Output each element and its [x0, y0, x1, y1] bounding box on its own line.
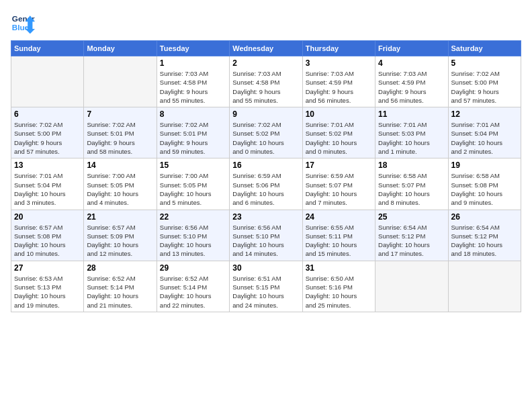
day-number: 19	[451, 161, 518, 170]
calendar-cell: 7Sunrise: 7:02 AM Sunset: 5:01 PM Daylig…	[84, 107, 157, 158]
calendar-cell: 9Sunrise: 7:02 AM Sunset: 5:02 PM Daylig…	[230, 107, 302, 158]
day-info: Sunrise: 6:50 AM Sunset: 5:16 PM Dayligh…	[306, 274, 372, 310]
day-info: Sunrise: 6:59 AM Sunset: 5:06 PM Dayligh…	[232, 171, 299, 207]
day-number: 16	[232, 161, 299, 170]
calendar-cell: 13Sunrise: 7:01 AM Sunset: 5:04 PM Dayli…	[11, 158, 84, 210]
column-header-wednesday: Wednesday	[230, 41, 302, 56]
day-number: 24	[306, 212, 372, 222]
calendar-week-5: 27Sunrise: 6:53 AM Sunset: 5:13 PM Dayli…	[11, 261, 521, 312]
day-info: Sunrise: 6:57 AM Sunset: 5:09 PM Dayligh…	[87, 223, 153, 259]
day-info: Sunrise: 7:01 AM Sunset: 5:04 PM Dayligh…	[451, 120, 518, 156]
day-number: 27	[14, 263, 81, 273]
calendar-week-3: 13Sunrise: 7:01 AM Sunset: 5:04 PM Dayli…	[11, 158, 521, 210]
calendar-cell: 6Sunrise: 7:02 AM Sunset: 5:00 PM Daylig…	[11, 107, 84, 158]
day-info: Sunrise: 7:02 AM Sunset: 5:01 PM Dayligh…	[87, 120, 153, 156]
calendar-cell: 17Sunrise: 6:59 AM Sunset: 5:07 PM Dayli…	[302, 158, 375, 210]
day-number: 1	[160, 58, 226, 68]
day-info: Sunrise: 6:56 AM Sunset: 5:10 PM Dayligh…	[160, 223, 226, 259]
day-info: Sunrise: 7:02 AM Sunset: 5:02 PM Dayligh…	[232, 120, 299, 156]
calendar-cell: 20Sunrise: 6:57 AM Sunset: 5:08 PM Dayli…	[11, 210, 84, 261]
day-info: Sunrise: 7:03 AM Sunset: 4:58 PM Dayligh…	[232, 69, 299, 105]
day-info: Sunrise: 6:52 AM Sunset: 5:14 PM Dayligh…	[87, 274, 153, 310]
day-number: 10	[306, 109, 372, 119]
day-info: Sunrise: 6:59 AM Sunset: 5:07 PM Dayligh…	[306, 171, 372, 207]
day-number: 7	[87, 109, 153, 119]
column-header-tuesday: Tuesday	[157, 41, 229, 56]
calendar-cell: 28Sunrise: 6:52 AM Sunset: 5:14 PM Dayli…	[84, 261, 157, 312]
day-number: 5	[451, 58, 518, 68]
day-number: 15	[160, 161, 226, 170]
day-info: Sunrise: 6:56 AM Sunset: 5:10 PM Dayligh…	[232, 223, 299, 259]
calendar-cell: 12Sunrise: 7:01 AM Sunset: 5:04 PM Dayli…	[448, 107, 521, 158]
calendar-cell: 1Sunrise: 7:03 AM Sunset: 4:58 PM Daylig…	[157, 56, 229, 107]
day-number: 11	[378, 109, 445, 119]
day-info: Sunrise: 7:02 AM Sunset: 5:01 PM Dayligh…	[160, 120, 226, 156]
column-header-sunday: Sunday	[11, 41, 84, 56]
day-info: Sunrise: 7:03 AM Sunset: 4:59 PM Dayligh…	[378, 69, 445, 105]
day-info: Sunrise: 6:54 AM Sunset: 5:12 PM Dayligh…	[378, 223, 445, 259]
day-number: 4	[378, 58, 445, 68]
day-info: Sunrise: 7:01 AM Sunset: 5:03 PM Dayligh…	[378, 120, 445, 156]
calendar-header-row: SundayMondayTuesdayWednesdayThursdayFrid…	[11, 41, 521, 56]
day-info: Sunrise: 7:03 AM Sunset: 4:59 PM Dayligh…	[306, 69, 372, 105]
day-number: 18	[378, 161, 445, 170]
calendar-cell: 4Sunrise: 7:03 AM Sunset: 4:59 PM Daylig…	[375, 56, 448, 107]
day-number: 13	[14, 161, 81, 170]
day-number: 3	[306, 58, 372, 68]
calendar-cell: 25Sunrise: 6:54 AM Sunset: 5:12 PM Dayli…	[375, 210, 448, 261]
column-header-thursday: Thursday	[302, 41, 375, 56]
calendar-cell: 23Sunrise: 6:56 AM Sunset: 5:10 PM Dayli…	[230, 210, 302, 261]
day-number: 12	[451, 109, 518, 119]
day-number: 25	[378, 212, 445, 222]
calendar-cell: 11Sunrise: 7:01 AM Sunset: 5:03 PM Dayli…	[375, 107, 448, 158]
day-info: Sunrise: 7:02 AM Sunset: 5:00 PM Dayligh…	[451, 69, 518, 105]
calendar-week-2: 6Sunrise: 7:02 AM Sunset: 5:00 PM Daylig…	[11, 107, 521, 158]
day-number: 17	[306, 161, 372, 170]
day-info: Sunrise: 6:53 AM Sunset: 5:13 PM Dayligh…	[14, 274, 81, 310]
day-number: 31	[306, 263, 372, 273]
calendar-cell: 19Sunrise: 6:58 AM Sunset: 5:08 PM Dayli…	[448, 158, 521, 210]
calendar-cell	[375, 261, 448, 312]
day-number: 9	[232, 109, 299, 119]
calendar-cell: 3Sunrise: 7:03 AM Sunset: 4:59 PM Daylig…	[302, 56, 375, 107]
column-header-monday: Monday	[84, 41, 157, 56]
day-info: Sunrise: 7:01 AM Sunset: 5:04 PM Dayligh…	[14, 171, 81, 207]
calendar-cell: 29Sunrise: 6:52 AM Sunset: 5:14 PM Dayli…	[157, 261, 229, 312]
day-info: Sunrise: 6:52 AM Sunset: 5:14 PM Dayligh…	[160, 274, 226, 310]
calendar-cell: 2Sunrise: 7:03 AM Sunset: 4:58 PM Daylig…	[230, 56, 302, 107]
day-number: 8	[160, 109, 226, 119]
calendar-cell: 31Sunrise: 6:50 AM Sunset: 5:16 PM Dayli…	[302, 261, 375, 312]
day-number: 14	[87, 161, 153, 170]
calendar-cell: 10Sunrise: 7:01 AM Sunset: 5:02 PM Dayli…	[302, 107, 375, 158]
calendar-cell: 27Sunrise: 6:53 AM Sunset: 5:13 PM Dayli…	[11, 261, 84, 312]
calendar-cell: 30Sunrise: 6:51 AM Sunset: 5:15 PM Dayli…	[230, 261, 302, 312]
calendar-cell	[11, 56, 84, 107]
day-info: Sunrise: 7:00 AM Sunset: 5:05 PM Dayligh…	[87, 171, 153, 207]
day-info: Sunrise: 6:54 AM Sunset: 5:12 PM Dayligh…	[451, 223, 518, 259]
calendar-cell: 5Sunrise: 7:02 AM Sunset: 5:00 PM Daylig…	[448, 56, 521, 107]
day-info: Sunrise: 7:00 AM Sunset: 5:05 PM Dayligh…	[160, 171, 226, 207]
page-header: General Blue	[11, 11, 521, 35]
day-info: Sunrise: 6:57 AM Sunset: 5:08 PM Dayligh…	[14, 223, 81, 259]
day-info: Sunrise: 6:51 AM Sunset: 5:15 PM Dayligh…	[232, 274, 299, 310]
column-header-saturday: Saturday	[448, 41, 521, 56]
day-number: 28	[87, 263, 153, 273]
day-info: Sunrise: 6:55 AM Sunset: 5:11 PM Dayligh…	[306, 223, 372, 259]
day-info: Sunrise: 7:01 AM Sunset: 5:02 PM Dayligh…	[306, 120, 372, 156]
day-info: Sunrise: 7:03 AM Sunset: 4:58 PM Dayligh…	[160, 69, 226, 105]
day-number: 21	[87, 212, 153, 222]
day-info: Sunrise: 7:02 AM Sunset: 5:00 PM Dayligh…	[14, 120, 81, 156]
logo-icon: General Blue	[11, 11, 35, 35]
day-number: 2	[232, 58, 299, 68]
day-number: 26	[451, 212, 518, 222]
calendar-cell: 8Sunrise: 7:02 AM Sunset: 5:01 PM Daylig…	[157, 107, 229, 158]
day-number: 29	[160, 263, 226, 273]
logo: General Blue	[11, 11, 35, 35]
day-number: 23	[232, 212, 299, 222]
calendar-cell: 18Sunrise: 6:58 AM Sunset: 5:07 PM Dayli…	[375, 158, 448, 210]
calendar-table: SundayMondayTuesdayWednesdayThursdayFrid…	[11, 40, 521, 312]
calendar-cell	[84, 56, 157, 107]
day-number: 6	[14, 109, 81, 119]
day-info: Sunrise: 6:58 AM Sunset: 5:08 PM Dayligh…	[451, 171, 518, 207]
calendar-week-1: 1Sunrise: 7:03 AM Sunset: 4:58 PM Daylig…	[11, 56, 521, 107]
